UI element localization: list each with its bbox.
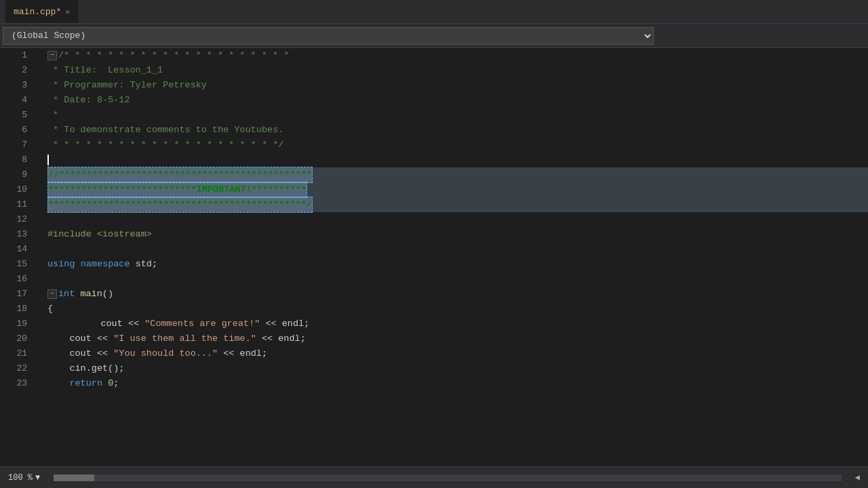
code-line: cout << "Comments are great!" << endl; xyxy=(47,317,868,331)
code-line: * Date: 8-5-12 xyxy=(47,93,868,108)
line-number: 23 xyxy=(0,376,34,391)
code-line: #include <iostream> xyxy=(47,227,868,242)
selected-text: ***************************IMPORTANT!***… xyxy=(47,182,307,198)
code-line: cout << "You should too..." << endl; xyxy=(47,346,868,361)
line-number: 16 xyxy=(0,272,34,287)
line-numbers: 1234567891011121314151617181920212223 xyxy=(0,48,34,466)
zoom-label: 100 % xyxy=(8,473,33,483)
line-number: 8 xyxy=(0,152,34,167)
line-number: 12 xyxy=(0,212,34,227)
code-line xyxy=(47,272,868,287)
zoom-dropdown-icon[interactable]: ▼ xyxy=(35,473,40,483)
code-line: * xyxy=(47,108,868,123)
code-line: { xyxy=(47,302,868,317)
code-line: cin.get(); xyxy=(47,361,868,376)
line-number: 6 xyxy=(0,123,34,138)
selected-text: //**************************************… xyxy=(47,167,313,183)
code-line: * Title: Lesson_1_1 xyxy=(47,63,868,78)
tab-label: main.cpp* xyxy=(14,7,61,17)
line-number: 21 xyxy=(0,346,34,361)
code-line: * To demonstrate comments to the Youtube… xyxy=(47,123,868,138)
code-line: −int main() xyxy=(47,287,868,302)
line-number: 4 xyxy=(0,93,34,108)
code-line: using namespace std; xyxy=(47,257,868,272)
code-line: return 0; xyxy=(47,376,868,391)
line-number: 13 xyxy=(0,227,34,242)
code-lines[interactable]: −/* * * * * * * * * * * * * * * * * * * … xyxy=(45,48,868,466)
line-number: 7 xyxy=(0,138,34,152)
line-number: 3 xyxy=(0,78,34,93)
code-line: ***************************IMPORTANT!***… xyxy=(47,182,868,197)
line-number: 15 xyxy=(0,257,34,272)
code-line: //**************************************… xyxy=(47,167,868,182)
status-bar: 100 % ▼ ◀ xyxy=(0,466,868,488)
text-cursor xyxy=(47,155,49,165)
line-number: 19 xyxy=(0,317,34,331)
collapse-icon[interactable]: − xyxy=(47,51,57,60)
code-line: ****************************************… xyxy=(47,197,868,212)
line-number: 5 xyxy=(0,108,34,123)
collapse-icon[interactable]: − xyxy=(47,289,57,299)
code-line: * Programmer: Tyler Petresky xyxy=(47,78,868,93)
code-line xyxy=(47,152,868,167)
code-line: cout << "I use them all the time." << en… xyxy=(47,331,868,346)
code-line xyxy=(47,242,868,257)
scope-bar: (Global Scope) xyxy=(0,24,868,48)
scroll-left-icon[interactable]: ◀ xyxy=(855,472,860,483)
line-number: 2 xyxy=(0,63,34,78)
file-tab[interactable]: main.cpp* ✕ xyxy=(5,0,78,23)
tab-close-button[interactable]: ✕ xyxy=(65,7,70,16)
line-number: 11 xyxy=(0,197,34,212)
code-line: * * * * * * * * * * * * * * * * * * * * … xyxy=(47,138,868,152)
title-bar: main.cpp* ✕ xyxy=(0,0,868,24)
line-number: 22 xyxy=(0,361,34,376)
line-number: 20 xyxy=(0,331,34,346)
line-number: 18 xyxy=(0,302,34,317)
code-line xyxy=(47,212,868,227)
scope-selector[interactable]: (Global Scope) xyxy=(3,27,654,45)
code-editor: 1234567891011121314151617181920212223 −/… xyxy=(0,48,868,466)
line-number: 10 xyxy=(0,182,34,197)
line-number: 17 xyxy=(0,287,34,302)
line-number: 1 xyxy=(0,48,34,63)
line-number: 14 xyxy=(0,242,34,257)
selected-text: ****************************************… xyxy=(47,197,313,213)
left-margin xyxy=(34,48,45,466)
line-number: 9 xyxy=(0,167,34,182)
zoom-control[interactable]: 100 % ▼ xyxy=(8,473,40,483)
code-line: −/* * * * * * * * * * * * * * * * * * * … xyxy=(47,48,868,63)
horizontal-scrollbar[interactable] xyxy=(54,474,842,481)
